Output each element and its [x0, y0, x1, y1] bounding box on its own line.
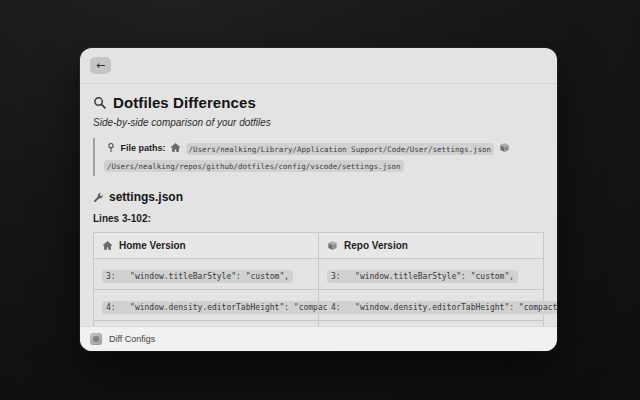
- lines-range-label: Lines 3-102:: [93, 213, 544, 224]
- file-section-heading: settings.json: [93, 190, 544, 204]
- file-name: settings.json: [109, 190, 183, 204]
- diff-line-code: 4: "window.density.editorTabHeight": "co…: [327, 301, 557, 314]
- title-row: Dotfiles Differences: [93, 94, 544, 111]
- column-label: Home Version: [119, 240, 186, 251]
- diff-table: Home Version Repo: [93, 232, 544, 326]
- file-paths-blockquote: File paths: /Users/nealking/Library/Appl…: [93, 138, 545, 176]
- table-row: 4: "window.density.editorTabHeight": "co…: [94, 290, 544, 321]
- magnifier-icon: [93, 96, 107, 110]
- back-arrow-icon: ←: [96, 58, 105, 73]
- column-label: Repo Version: [344, 240, 408, 251]
- home-icon: [102, 240, 113, 251]
- package-icon: [327, 240, 338, 251]
- home-path-code: /Users/nealking/Library/Application Supp…: [186, 143, 495, 155]
- diff-table-header-row: Home Version Repo: [94, 233, 544, 259]
- extension-app-icon: [90, 333, 102, 345]
- file-paths-label: File paths:: [121, 143, 166, 153]
- column-header-home: Home Version: [94, 233, 319, 259]
- page-subtitle: Side-by-side comparison of your dotfiles: [93, 117, 544, 128]
- home-icon: [170, 142, 181, 153]
- raycast-window: ← Dotfiles Differences Side-by-side comp…: [80, 48, 557, 351]
- window-footer: Diff Configs: [80, 326, 557, 351]
- window-header: ←: [80, 48, 557, 84]
- pushpin-icon: [106, 142, 116, 153]
- scroll-area[interactable]: Dotfiles Differences Side-by-side compar…: [80, 85, 557, 326]
- back-button[interactable]: ←: [90, 57, 111, 74]
- diff-line-code: 3: "window.titleBarStyle": "custom",: [327, 270, 518, 283]
- repo-cell: 4: "window.density.editorTabHeight": "co…: [319, 290, 544, 321]
- diff-line-code: 4: "window.density.editorTabHeight": "co…: [102, 301, 346, 314]
- column-header-repo: Repo Version: [319, 233, 544, 259]
- home-cell: 3: "window.titleBarStyle": "custom",: [94, 259, 319, 290]
- repo-cell: 3: "window.titleBarStyle": "custom",: [319, 259, 544, 290]
- command-name: Diff Configs: [109, 334, 155, 344]
- wrench-icon: [93, 192, 104, 203]
- repo-path-code: /Users/nealking/repos/github/dotfiles/co…: [104, 160, 404, 172]
- home-cell: 4: "window.density.editorTabHeight": "co…: [94, 290, 319, 321]
- page-title: Dotfiles Differences: [113, 94, 256, 111]
- package-icon: [499, 142, 510, 153]
- diff-line-code: 3: "window.titleBarStyle": "custom",: [102, 270, 293, 283]
- table-row: 3: "window.titleBarStyle": "custom", 3: …: [94, 259, 544, 290]
